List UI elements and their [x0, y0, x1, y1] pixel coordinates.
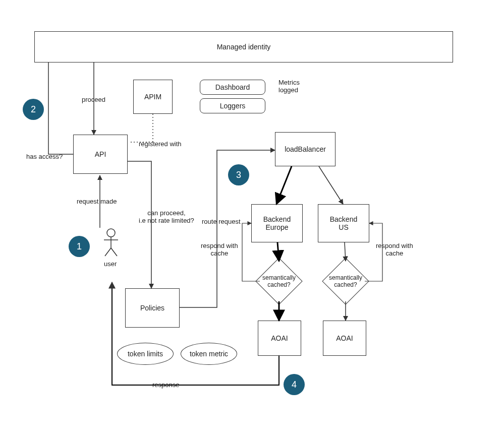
edge-response-label: response: [151, 381, 180, 389]
step-badge-2: 2: [23, 99, 44, 120]
semantic-cache-us-label: semantically cached?: [329, 274, 362, 288]
api-label: API: [95, 150, 106, 158]
svg-line-4: [111, 248, 117, 256]
loadbalancer-label: loadBalancer: [285, 145, 326, 153]
edge-request-made-label: request made: [77, 198, 117, 205]
edge-proceed-label: proceed: [82, 96, 105, 103]
loadbalancer-box: loadBalancer: [275, 132, 335, 166]
aoai-eu-label: AOAI: [271, 334, 288, 342]
loggers-label: Loggers: [220, 102, 246, 110]
svg-point-0: [107, 229, 115, 237]
policies-label: Policies: [140, 304, 164, 312]
edge-registered-label: registered with: [139, 140, 182, 148]
diagram-canvas: Managed identity APIM Dashboard Loggers …: [0, 0, 504, 443]
semantic-cache-eu-label: semantically cached?: [262, 274, 296, 288]
token-metric-label: token metric: [190, 350, 228, 358]
edge-has-access-label: has access?: [26, 153, 63, 160]
backend-europe-box: Backend Europe: [251, 204, 303, 242]
aoai-us-box: AOAI: [323, 321, 366, 356]
svg-line-3: [105, 248, 111, 256]
step-badge-4: 4: [284, 374, 305, 395]
aoai-eu-box: AOAI: [258, 321, 301, 356]
api-box: API: [73, 135, 128, 174]
apim-box: APIM: [133, 80, 173, 114]
semantic-cache-eu-decision: semantically cached?: [262, 265, 296, 298]
token-metric-ellipse: token metric: [181, 343, 237, 365]
token-limits-ellipse: token limits: [117, 343, 174, 365]
step-badge-3: 3: [228, 164, 249, 185]
backend-europe-label: Backend Europe: [263, 215, 291, 231]
policies-box: Policies: [125, 288, 180, 328]
step-badge-2-label: 2: [31, 104, 36, 115]
managed-identity-label: Managed identity: [217, 43, 271, 51]
token-limits-label: token limits: [128, 350, 163, 358]
dashboard-label: Dashboard: [215, 83, 250, 91]
user-label: user: [104, 260, 117, 268]
managed-identity-box: Managed identity: [34, 31, 453, 62]
edge-can-proceed-label: can proceed, i.e not rate limited?: [139, 209, 194, 224]
backend-us-label: Backend US: [330, 215, 357, 231]
dashboard-box: Dashboard: [200, 80, 265, 95]
step-badge-3-label: 3: [236, 170, 241, 180]
edge-respond-cache-eu-label: respond with cache: [201, 242, 238, 257]
loggers-box: Loggers: [200, 98, 265, 113]
step-badge-1-label: 1: [77, 241, 82, 252]
apim-label: APIM: [144, 93, 161, 101]
metrics-logged-label: Metrics logged: [278, 79, 300, 94]
backend-us-box: Backend US: [318, 204, 369, 242]
edge-respond-cache-us-label: respond with cache: [376, 242, 413, 257]
step-badge-1: 1: [69, 236, 90, 257]
user-actor-icon: [101, 228, 121, 260]
semantic-cache-us-decision: semantically cached?: [329, 265, 362, 298]
aoai-us-label: AOAI: [336, 334, 353, 342]
edge-route-request-label: route request: [202, 218, 241, 225]
step-badge-4-label: 4: [292, 379, 297, 390]
